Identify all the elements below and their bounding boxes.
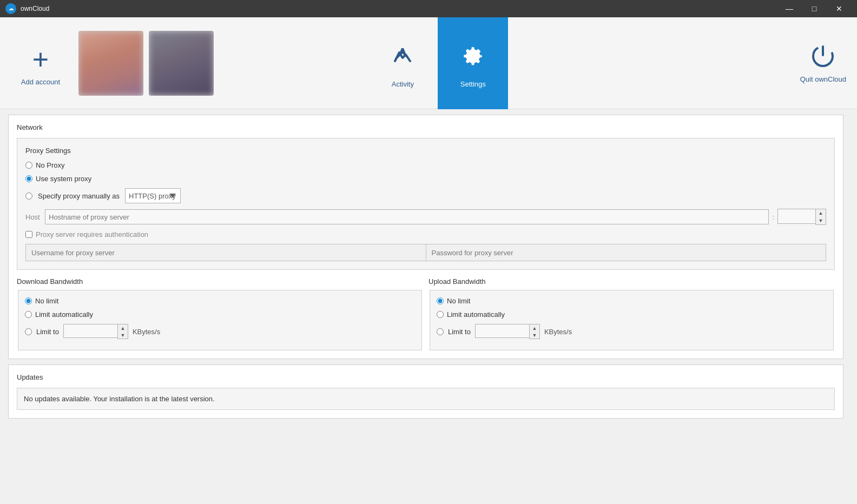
host-input[interactable] xyxy=(45,209,769,224)
download-bandwidth-box: No limit Limit automatically Limit to 80… xyxy=(18,290,422,350)
dl-limit-value[interactable]: 80 xyxy=(63,324,117,338)
port-wrapper: 8080 ▲ ▼ xyxy=(777,209,826,225)
port-spinners: ▲ ▼ xyxy=(815,209,826,225)
manual-proxy-label: Specify proxy manually as xyxy=(38,192,120,200)
ul-limit-value[interactable]: 10 xyxy=(475,324,529,338)
port-separator: : xyxy=(772,213,774,221)
auth-fields xyxy=(25,244,826,261)
proxy-password-input[interactable] xyxy=(426,244,827,261)
dl-limit-to-row: Limit to 80 ▲ ▼ KBytes/s xyxy=(25,324,415,339)
ul-limit-to-label: Limit to xyxy=(448,328,471,336)
ul-no-limit-row: No limit xyxy=(437,297,827,305)
maximize-button[interactable]: □ xyxy=(802,0,827,17)
dl-limit-auto-radio[interactable] xyxy=(25,311,32,318)
add-account-nav[interactable]: + Add account xyxy=(5,17,76,109)
title-bar-controls: — □ ✕ xyxy=(777,0,852,17)
port-up-button[interactable]: ▲ xyxy=(816,209,826,217)
host-label: Host xyxy=(25,213,42,221)
app-logo: ☁ xyxy=(5,3,16,14)
title-bar: ☁ ownCloud — □ ✕ xyxy=(0,0,857,17)
ul-limit-auto-row: Limit automatically xyxy=(437,310,827,319)
updates-title: Updates xyxy=(17,373,835,381)
updates-box: No updates available. Your installation … xyxy=(17,388,835,410)
close-button[interactable]: ✕ xyxy=(827,0,852,17)
quit-nav[interactable]: Quit ownCloud xyxy=(800,43,846,83)
account-list xyxy=(76,17,367,109)
auth-checkbox-row: Proxy server requires authentication xyxy=(25,230,826,238)
proxy-settings-box: Proxy Settings No Proxy Use system proxy… xyxy=(17,138,835,270)
settings-label: Settings xyxy=(460,80,486,88)
ul-limit-spinners: ▲ ▼ xyxy=(529,324,540,339)
proxy-username-input[interactable] xyxy=(25,244,426,261)
download-bandwidth-section: Download Bandwidth No limit Limit automa… xyxy=(17,277,423,350)
dl-limit-down-button[interactable]: ▼ xyxy=(118,331,128,339)
system-proxy-label: Use system proxy xyxy=(36,175,91,183)
quit-icon xyxy=(810,43,836,71)
ul-limit-auto-label: Limit automatically xyxy=(447,310,505,319)
proxy-settings-title: Proxy Settings xyxy=(25,147,826,155)
bandwidth-wrapper: Download Bandwidth No limit Limit automa… xyxy=(17,277,835,350)
manual-proxy-row: Specify proxy manually as HTTP(S) proxy … xyxy=(25,188,826,203)
upload-title: Upload Bandwidth xyxy=(428,277,835,286)
dl-limit-spinners: ▲ ▼ xyxy=(117,324,128,339)
port-down-button[interactable]: ▼ xyxy=(816,217,826,224)
dl-kbytes-label: KBytes/s xyxy=(133,328,160,336)
proxy-type-wrapper: HTTP(S) proxy SOCKS5 proxy xyxy=(125,188,826,203)
ul-limit-up-button[interactable]: ▲ xyxy=(530,324,539,331)
add-account-label: Add account xyxy=(21,78,60,86)
dl-limit-auto-row: Limit automatically xyxy=(25,310,415,319)
activity-icon xyxy=(390,44,416,76)
upload-bandwidth-box: No limit Limit automatically Limit to 10… xyxy=(430,290,834,350)
app-title: ownCloud xyxy=(21,5,49,12)
ul-no-limit-radio[interactable] xyxy=(437,297,444,304)
activity-label: Activity xyxy=(392,80,414,88)
main-content: Network Proxy Settings No Proxy Use syst… xyxy=(0,109,857,504)
system-proxy-radio[interactable] xyxy=(25,175,32,182)
title-bar-left: ☁ ownCloud xyxy=(5,3,49,14)
dl-no-limit-radio[interactable] xyxy=(25,297,32,304)
download-title: Download Bandwidth xyxy=(17,277,423,286)
quit-label: Quit ownCloud xyxy=(800,75,846,83)
dl-limit-to-radio[interactable] xyxy=(25,328,32,335)
dl-limit-to-label: Limit to xyxy=(36,328,59,336)
port-input[interactable]: 8080 xyxy=(777,209,815,224)
ul-kbytes-label: KBytes/s xyxy=(544,328,572,336)
dl-no-limit-row: No limit xyxy=(25,297,415,305)
proxy-type-select[interactable]: HTTP(S) proxy SOCKS5 proxy xyxy=(125,188,181,203)
network-title: Network xyxy=(17,123,835,131)
activity-nav[interactable]: Activity xyxy=(367,17,438,109)
ul-limit-input-wrapper: 10 ▲ ▼ xyxy=(475,324,540,339)
dl-limit-up-button[interactable]: ▲ xyxy=(118,324,128,331)
updates-message: No updates available. Your installation … xyxy=(24,395,215,403)
settings-nav[interactable]: Settings xyxy=(438,17,508,109)
dl-no-limit-label: No limit xyxy=(35,297,58,305)
dl-limit-auto-label: Limit automatically xyxy=(35,310,93,319)
ul-no-limit-label: No limit xyxy=(447,297,470,305)
system-proxy-row: Use system proxy xyxy=(25,175,826,183)
auth-checkbox-label: Proxy server requires authentication xyxy=(36,230,148,238)
add-account-icon: + xyxy=(32,45,49,74)
network-section: Network Proxy Settings No Proxy Use syst… xyxy=(8,115,843,359)
auth-checkbox[interactable] xyxy=(25,231,32,238)
minimize-button[interactable]: — xyxy=(777,0,802,17)
account-avatar-2[interactable] xyxy=(149,31,214,96)
ul-limit-down-button[interactable]: ▼ xyxy=(530,331,539,339)
ul-limit-to-row: Limit to 10 ▲ ▼ KBytes/s xyxy=(437,324,827,339)
no-proxy-label: No Proxy xyxy=(36,161,64,169)
dl-limit-input-wrapper: 80 ▲ ▼ xyxy=(63,324,128,339)
account-avatar-1[interactable] xyxy=(78,31,143,96)
nav-bar: + Add account Activity Settings xyxy=(0,17,857,109)
no-proxy-radio[interactable] xyxy=(25,162,32,169)
settings-icon xyxy=(460,44,486,76)
no-proxy-row: No Proxy xyxy=(25,161,826,169)
upload-bandwidth-section: Upload Bandwidth No limit Limit automati… xyxy=(428,277,835,350)
ul-limit-to-radio[interactable] xyxy=(437,328,444,335)
host-row: Host : 8080 ▲ ▼ xyxy=(25,209,826,225)
ul-limit-auto-radio[interactable] xyxy=(437,311,444,318)
updates-section: Updates No updates available. Your insta… xyxy=(8,364,843,419)
manual-proxy-radio[interactable] xyxy=(25,193,32,200)
